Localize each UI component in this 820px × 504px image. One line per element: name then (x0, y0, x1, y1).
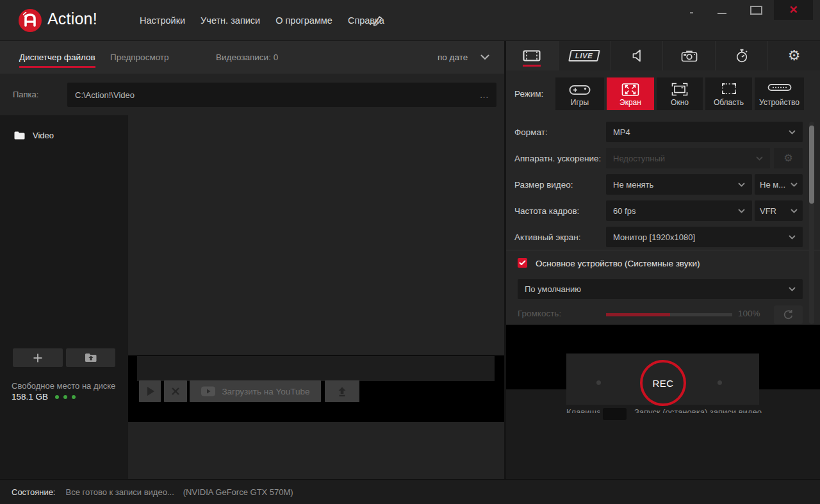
scrollbar-thumb[interactable] (809, 126, 814, 204)
folder-upload-icon (85, 353, 97, 362)
audio-device-value: По умолчанию (525, 284, 581, 294)
mode-games-button[interactable]: Игры (555, 77, 604, 110)
main-menu: Настройки Учетн. записи О программе Спра… (140, 0, 384, 41)
pen-tool-icon[interactable] (369, 14, 384, 27)
menu-settings[interactable]: Настройки (140, 15, 185, 26)
close-button[interactable]: ✕ (774, 0, 813, 20)
reset-icon (783, 309, 794, 320)
tab-screenshots[interactable] (663, 41, 716, 70)
volume-slider[interactable] (606, 313, 732, 316)
tab-preview-label: Предпросмотр (110, 53, 169, 62)
audio-device-checkbox[interactable] (518, 258, 527, 268)
mode-region-button[interactable]: Область (705, 77, 752, 110)
volume-reset-button[interactable] (774, 305, 803, 324)
minimize-button[interactable] (718, 13, 726, 14)
file-list-area (128, 115, 504, 479)
tab-file-manager[interactable]: Диспетчер файлов (19, 41, 95, 74)
chevron-down-icon (789, 235, 796, 240)
hw-accel-settings-button: ⚙ (774, 148, 803, 168)
app-window: Action! Настройки Учетн. записи О програ… (0, 0, 820, 504)
sort-by-value: по дате (438, 53, 468, 62)
folder-path-value: C:\Action!\Video (75, 90, 135, 100)
active-tab-underline (523, 65, 541, 67)
plus-icon (33, 353, 43, 363)
delete-button[interactable] (164, 380, 187, 402)
volume-value: 100% (738, 309, 760, 318)
tab-preview[interactable]: Предпросмотр (110, 41, 169, 74)
play-button[interactable] (139, 380, 161, 402)
active-screen-label: Активный экран: (514, 227, 580, 247)
action-logo-icon (18, 8, 42, 33)
mode-region-label: Область (714, 98, 744, 107)
rec-button[interactable]: REC (640, 360, 686, 406)
chevron-down-icon (480, 54, 489, 60)
mode-device-label: Устройство (759, 98, 800, 107)
active-screen-value: Монитор [1920x1080] (613, 232, 695, 242)
x-icon (171, 387, 180, 396)
tab-video-recording[interactable] (506, 41, 559, 70)
gear-icon: ⚙ (788, 49, 801, 63)
upload-youtube-button[interactable]: Загрузить на YouTube (190, 380, 321, 402)
sort-by-dropdown[interactable]: по дате (438, 41, 489, 74)
tab-benchmark-timer[interactable] (716, 41, 768, 70)
window-icon (671, 83, 688, 96)
app-title: Action! (47, 10, 97, 28)
speaker-icon (632, 49, 642, 62)
audio-device-dropdown[interactable]: По умолчанию (518, 279, 803, 299)
check-icon (519, 260, 526, 266)
mode-screen-button[interactable]: Экран (607, 77, 654, 110)
tab-file-manager-label: Диспетчер файлов (19, 53, 95, 62)
mode-games-label: Игры (571, 98, 589, 107)
hw-accel-label: Аппаратн. ускорение: (514, 148, 601, 168)
menu-accounts[interactable]: Учетн. записи (201, 15, 260, 26)
chevron-down-icon (789, 287, 796, 291)
format-label: Формат: (514, 122, 548, 142)
disk-status-dot (63, 395, 67, 399)
chevron-down-icon (738, 209, 745, 213)
status-gpu: (NVIDIA GeForce GTX 570M) (183, 487, 293, 497)
active-screen-dropdown[interactable]: Монитор [1920x1080] (606, 227, 803, 247)
active-tab-underline (19, 66, 95, 68)
chevron-down-icon (791, 183, 798, 187)
video-size-secondary-dropdown[interactable]: Не м... (755, 174, 803, 195)
hw-accel-row: Аппаратн. ускорение: Недоступный ⚙ (506, 148, 820, 168)
rec-side-dot (596, 380, 601, 385)
add-folder-button[interactable] (13, 348, 63, 367)
tab-live-streaming[interactable]: LIVE (559, 41, 611, 70)
menu-about[interactable]: О программе (275, 15, 332, 26)
chevron-down-icon (738, 183, 745, 187)
tree-item-video[interactable]: Video (0, 127, 128, 143)
browse-button[interactable]: ... (480, 90, 489, 100)
upload-button[interactable] (325, 380, 359, 402)
volume-slider-fill (606, 313, 670, 316)
live-icon: LIVE (569, 50, 600, 61)
mode-device-button[interactable]: Устройство (755, 77, 804, 110)
tab-audio-recording[interactable] (611, 41, 664, 70)
disk-status-dot (72, 395, 76, 399)
volume-label: Громкость: (518, 309, 561, 318)
folder-path-input[interactable]: C:\Action!\Video ... (67, 83, 496, 107)
hw-accel-dropdown: Недоступный (606, 148, 770, 168)
open-folder-button[interactable] (66, 348, 115, 367)
disk-free-line: 158.1 GB (12, 392, 76, 402)
hw-accel-value: Недоступный (613, 154, 665, 163)
tab-options[interactable]: ⚙ (768, 41, 820, 70)
status-message: Все готово к записи видео... (65, 487, 174, 497)
film-icon (523, 49, 541, 62)
gamepad-icon (569, 83, 591, 97)
maximize-button[interactable] (750, 6, 762, 15)
format-dropdown[interactable]: MP4 (606, 122, 803, 142)
rec-button-label: REC (652, 378, 673, 389)
device-hdmi-icon (767, 83, 792, 92)
disk-free-value: 158.1 GB (12, 392, 48, 402)
mode-window-button[interactable]: Окно (657, 77, 703, 110)
pin-button[interactable] (690, 12, 693, 13)
format-row: Формат: MP4 (506, 122, 820, 142)
hotkey-hint-action: Запуск (остановка) записи видео (634, 407, 769, 413)
framerate-dropdown[interactable]: 60 fps (606, 200, 752, 221)
video-size-dropdown[interactable]: Не менять (606, 174, 752, 195)
framerate-mode-dropdown[interactable]: VFR (755, 200, 803, 221)
camera-icon (681, 50, 698, 62)
gear-icon: ⚙ (783, 153, 792, 163)
mode-screen-label: Экран (619, 98, 641, 107)
